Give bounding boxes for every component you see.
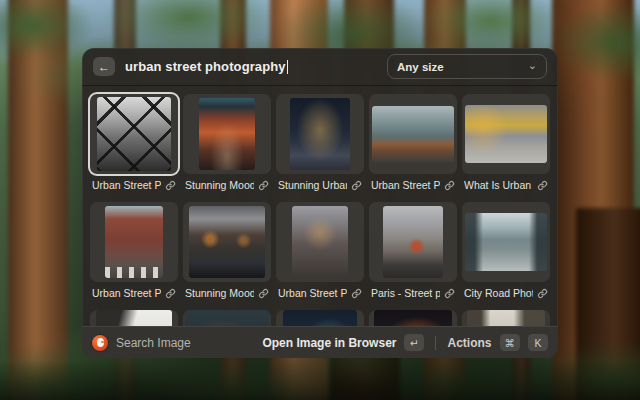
result-title: Urban Street Phot... (278, 287, 347, 299)
photo-partial (185, 310, 269, 326)
result-title: Urban Street Phot... (371, 179, 440, 191)
result-item[interactable] (90, 310, 178, 326)
result-thumbnail[interactable] (90, 310, 178, 326)
photo-billboard-square (465, 105, 547, 163)
result-item[interactable]: Paris - Street pho... (369, 202, 457, 303)
result-caption: Stunning Urban In... (276, 179, 364, 191)
photo-bw-city-fence (97, 97, 171, 171)
photo-dusk-avenue (292, 206, 348, 278)
result-thumbnail[interactable] (90, 94, 178, 174)
result-item[interactable] (369, 310, 457, 326)
result-thumbnail[interactable] (183, 202, 271, 282)
result-thumbnail[interactable] (183, 94, 271, 174)
action-bar: Search Image Open Image in Browser ↵ Act… (82, 326, 558, 358)
result-item[interactable]: Urban Street Phot... (90, 94, 178, 195)
k-key-icon: K (528, 334, 548, 351)
result-title: Stunning Moody... (185, 179, 254, 191)
search-query-text: urban street photography (125, 59, 286, 74)
link-icon[interactable] (444, 180, 455, 191)
result-title: What Is Urban La... (464, 179, 533, 191)
result-caption: Urban Street Phot... (90, 179, 178, 191)
result-caption: Stunning Moody... (183, 287, 271, 299)
primary-action-label[interactable]: Open Image in Browser (262, 336, 396, 350)
photo-brick-street-crosswalk (105, 206, 163, 278)
command-name: Search Image (116, 336, 254, 350)
result-caption: Urban Street Phot... (90, 287, 178, 299)
result-title: Stunning Moody... (185, 287, 254, 299)
result-item[interactable]: Urban Street Phot... (369, 94, 457, 195)
size-filter-dropdown[interactable]: Any size ⌄ (387, 54, 547, 79)
result-caption: Stunning Moody... (183, 179, 271, 191)
result-thumbnail[interactable] (369, 202, 457, 282)
link-icon[interactable] (351, 288, 362, 299)
text-cursor (287, 60, 289, 74)
duckduckgo-logo-icon (92, 335, 108, 351)
result-thumbnail[interactable] (276, 202, 364, 282)
result-item[interactable]: City Road Photog... (462, 202, 550, 303)
result-item[interactable]: What Is Urban La... (462, 94, 550, 195)
link-icon[interactable] (258, 288, 269, 299)
photo-partial (467, 310, 545, 326)
link-icon[interactable] (165, 288, 176, 299)
result-caption: Paris - Street pho... (369, 287, 457, 299)
photo-partial (96, 310, 172, 326)
back-arrow-icon: ← (98, 60, 110, 74)
result-caption: What Is Urban La... (462, 179, 550, 191)
link-icon[interactable] (537, 288, 548, 299)
photo-red-alley (199, 98, 255, 170)
results-grid: Urban Street Phot... Stunning Moody... S… (82, 86, 558, 326)
photo-wide-city-road (465, 213, 547, 271)
search-input[interactable]: urban street photography (125, 59, 377, 74)
result-thumbnail[interactable] (276, 310, 364, 326)
result-item[interactable] (276, 310, 364, 326)
return-key-icon: ↵ (404, 334, 424, 351)
image-search-panel: ← urban street photography Any size ⌄ Ur… (82, 48, 558, 358)
photo-wet-moody-street (189, 206, 265, 278)
result-caption: Urban Street Phot... (369, 179, 457, 191)
link-icon[interactable] (165, 180, 176, 191)
result-title: Stunning Urban In... (278, 179, 347, 191)
result-thumbnail[interactable] (462, 310, 550, 326)
photo-graffiti-wall-street (372, 106, 454, 162)
result-title: Urban Street Phot... (92, 179, 161, 191)
result-caption: City Road Photog... (462, 287, 550, 299)
result-item[interactable] (183, 310, 271, 326)
link-icon[interactable] (351, 180, 362, 191)
photo-paris-street (383, 206, 443, 278)
actions-button[interactable]: Actions (447, 336, 491, 350)
result-title: Paris - Street pho... (371, 287, 440, 299)
photo-partial (283, 310, 357, 326)
back-button[interactable]: ← (93, 57, 115, 76)
result-title: Urban Street Phot... (92, 287, 161, 299)
result-caption: Urban Street Phot... (276, 287, 364, 299)
result-thumbnail[interactable] (369, 94, 457, 174)
photo-night-stop-street (290, 98, 350, 170)
search-bar: ← urban street photography Any size ⌄ (82, 48, 558, 86)
command-key-icon: ⌘ (500, 334, 521, 351)
result-item[interactable]: Stunning Urban In... (276, 94, 364, 195)
result-thumbnail[interactable] (369, 310, 457, 326)
link-icon[interactable] (258, 180, 269, 191)
footer-divider (435, 336, 436, 350)
result-item[interactable]: Urban Street Phot... (90, 202, 178, 303)
result-thumbnail[interactable] (462, 94, 550, 174)
size-filter-value: Any size (397, 61, 444, 73)
result-item[interactable]: Urban Street Phot... (276, 202, 364, 303)
result-thumbnail[interactable] (276, 94, 364, 174)
link-icon[interactable] (537, 180, 548, 191)
result-item[interactable] (462, 310, 550, 326)
result-thumbnail[interactable] (183, 310, 271, 326)
link-icon[interactable] (444, 288, 455, 299)
result-thumbnail[interactable] (90, 202, 178, 282)
result-title: City Road Photog... (464, 287, 533, 299)
result-item[interactable]: Stunning Moody... (183, 94, 271, 195)
result-item[interactable]: Stunning Moody... (183, 202, 271, 303)
photo-partial (374, 310, 452, 326)
result-thumbnail[interactable] (462, 202, 550, 282)
